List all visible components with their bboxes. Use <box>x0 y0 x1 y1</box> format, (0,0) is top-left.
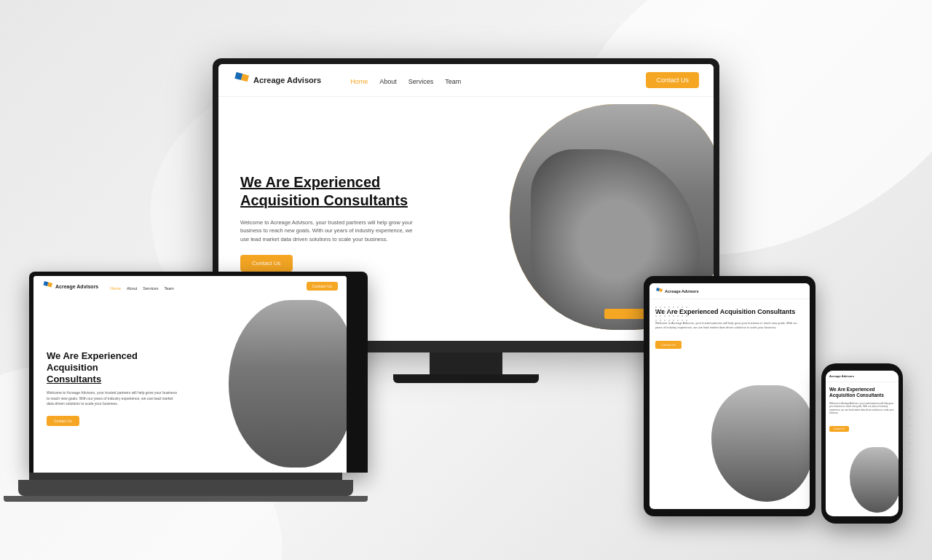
tablet-hero-desc: Welcome to Acreage Advisors, your truste… <box>655 321 804 330</box>
laptop-nav-services[interactable]: Services <box>143 280 158 293</box>
laptop-hero: We Are ExperiencedAcquisitionConsultants… <box>33 296 347 473</box>
desktop-hero-underline: Consultants <box>323 192 408 208</box>
nav-item-home[interactable]: Home <box>350 74 368 87</box>
tablet-hero-cta[interactable]: Contact Us <box>655 341 682 349</box>
laptop-nav-team[interactable]: Team <box>164 280 173 293</box>
monitor-stand-neck <box>430 352 502 374</box>
desktop-hero-desc: Welcome to Acreage Advisors, your truste… <box>240 218 415 243</box>
desktop-nav-cta[interactable]: Contact Us <box>646 72 699 88</box>
laptop-hero-title: We Are ExperiencedAcquisitionConsultants <box>47 350 216 384</box>
laptop-logo-text: Acreage Advisors <box>55 284 98 289</box>
tablet-logo-text: Acreage Advisors <box>665 289 699 293</box>
desktop-hero-title-line2: Acquisition Consultants <box>240 192 408 208</box>
desktop-nav-links: Home About Services Team <box>350 74 461 87</box>
phone-hero-desc: Welcome to Acreage Advisors, your truste… <box>829 402 895 415</box>
desktop-logo: Acreage Advisors <box>233 72 321 88</box>
tablet-dots <box>655 307 688 322</box>
phone-border: Acreage Advisors We Are Experienced Acqu… <box>821 363 903 524</box>
laptop-hero-cta[interactable]: Contact Us <box>47 416 79 426</box>
laptop: Acreage Advisors Home About Services Tea… <box>29 272 368 502</box>
laptop-logo: Acreage Advisors <box>42 281 98 291</box>
laptop-nav: Acreage Advisors Home About Services Tea… <box>33 276 347 296</box>
laptop-base <box>18 480 353 496</box>
laptop-nav-about[interactable]: About <box>127 280 137 293</box>
tablet-nav: Acreage Advisors <box>649 283 810 299</box>
tablet-hero: We Are Experienced Acquisition Consultan… <box>649 299 810 509</box>
phone: Acreage Advisors We Are Experienced Acqu… <box>821 363 903 524</box>
phone-screen: Acreage Advisors We Are Experienced Acqu… <box>826 371 899 516</box>
phone-people-image <box>850 447 899 513</box>
phone-hero-blob <box>850 447 899 513</box>
laptop-screen: Acreage Advisors Home About Services Tea… <box>33 276 347 473</box>
laptop-hero-blob <box>229 300 347 468</box>
laptop-hero-left: We Are ExperiencedAcquisitionConsultants… <box>33 296 223 473</box>
nav-link-team[interactable]: Team <box>445 78 461 85</box>
laptop-nav-home[interactable]: Home <box>110 280 121 293</box>
laptop-nav-cta[interactable]: Contact Us <box>307 282 338 291</box>
nav-link-home[interactable]: Home <box>350 78 368 85</box>
phone-hero: We Are Experienced Acquisition Consultan… <box>826 382 899 516</box>
nav-item-about[interactable]: About <box>379 74 397 87</box>
tablet-screen: Acreage Advisors We Are Experienced Acqu… <box>649 283 810 509</box>
desktop-hero-title: We Are Experienced Acquisition Consultan… <box>240 173 481 210</box>
laptop-hero-desc: Welcome to Acreage Advisors, your truste… <box>47 390 178 407</box>
nav-link-about[interactable]: About <box>379 78 397 85</box>
laptop-people-image <box>229 300 347 468</box>
tablet-border: Acreage Advisors We Are Experienced Acqu… <box>644 276 816 516</box>
phone-nav: Acreage Advisors <box>826 371 899 382</box>
laptop-screen-border: Acreage Advisors Home About Services Tea… <box>29 272 368 473</box>
laptop-logo-icon <box>42 281 52 291</box>
monitor-stand-base <box>393 374 539 383</box>
nav-link-services[interactable]: Services <box>408 78 434 85</box>
logo-text: Acreage Advisors <box>253 76 321 84</box>
phone-hero-cta[interactable]: Contact Us <box>829 426 849 432</box>
phone-hero-title: We Are Experienced Acquisition Consultan… <box>829 387 895 399</box>
nav-item-services[interactable]: Services <box>408 74 434 87</box>
laptop-bottom <box>4 496 368 502</box>
phone-logo-text: Acreage Advisors <box>829 374 854 378</box>
tablet-hero-blob <box>711 385 810 502</box>
tablet-people-image <box>711 385 810 502</box>
desktop-hero-cta[interactable]: Contact Us <box>240 255 293 272</box>
tablet-logo-icon <box>655 288 663 295</box>
logo-icon <box>233 72 249 88</box>
tablet: Acreage Advisors We Are Experienced Acqu… <box>644 276 816 516</box>
nav-item-team[interactable]: Team <box>445 74 461 87</box>
laptop-nav-links: Home About Services Team <box>110 280 174 293</box>
desktop-nav: Acreage Advisors Home About Services Tea… <box>218 64 714 97</box>
laptop-hinge <box>29 473 342 480</box>
laptop-hero-right <box>223 296 347 473</box>
